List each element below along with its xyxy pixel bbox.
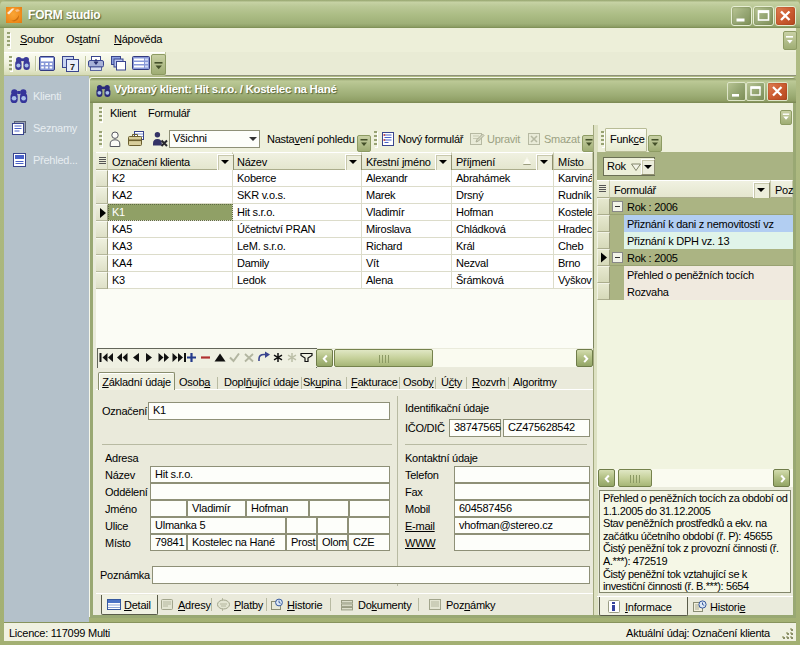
svg-text:7: 7 [70, 62, 75, 72]
